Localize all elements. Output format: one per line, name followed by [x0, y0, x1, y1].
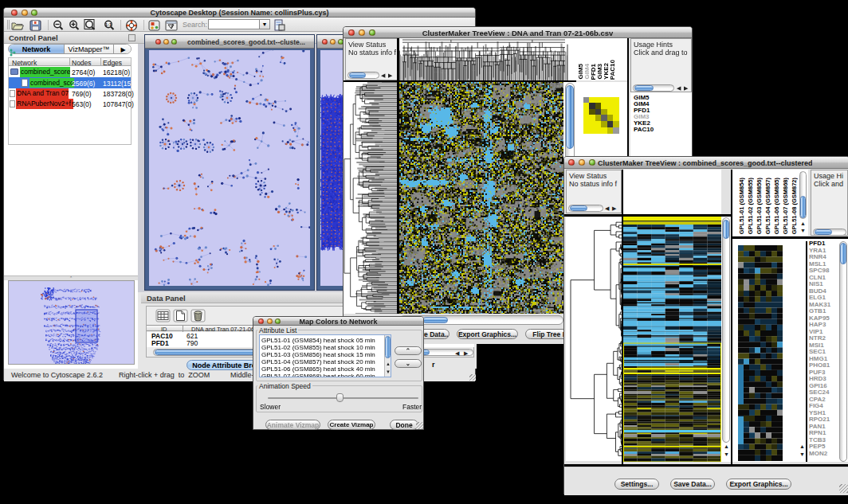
- svg-text:1:1: 1:1: [105, 22, 112, 27]
